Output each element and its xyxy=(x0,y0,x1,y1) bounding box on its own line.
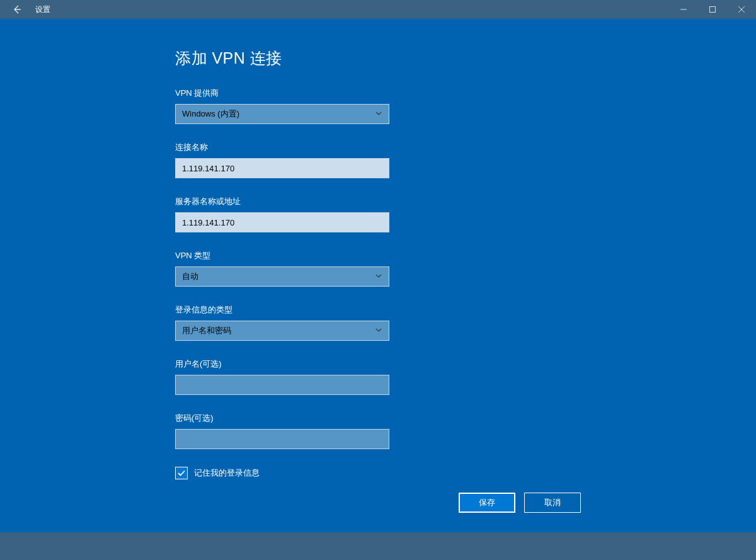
maximize-icon xyxy=(709,6,716,13)
arrow-left-icon xyxy=(12,4,22,14)
field-label: 用户名(可选) xyxy=(175,358,756,370)
titlebar: 设置 xyxy=(0,0,756,19)
save-button[interactable]: 保存 xyxy=(459,493,515,513)
field-label: 密码(可选) xyxy=(175,413,756,424)
chevron-down-icon xyxy=(375,272,382,282)
window-title: 设置 xyxy=(35,4,50,15)
connection-name-input[interactable] xyxy=(175,158,389,178)
select-value: 用户名和密码 xyxy=(182,325,231,336)
vpn-provider-select[interactable]: Windows (内置) xyxy=(175,104,389,124)
field-label: VPN 类型 xyxy=(175,250,756,261)
signin-type-select[interactable]: 用户名和密码 xyxy=(175,321,389,341)
vpn-type-select[interactable]: 自动 xyxy=(175,266,389,287)
chevron-down-icon xyxy=(375,110,382,119)
select-value: Windows (内置) xyxy=(182,108,239,120)
checkmark-icon xyxy=(177,469,186,477)
field-label: 服务器名称或地址 xyxy=(175,196,756,207)
cancel-button[interactable]: 取消 xyxy=(524,493,581,513)
server-address-input[interactable] xyxy=(175,212,389,232)
content-area: 添加 VPN 连接 VPN 提供商 Windows (内置) 连接名称 服务器名… xyxy=(0,19,756,479)
maximize-button[interactable] xyxy=(698,0,727,19)
field-server-address: 服务器名称或地址 xyxy=(175,196,756,232)
field-label: VPN 提供商 xyxy=(175,88,756,99)
field-label: 连接名称 xyxy=(175,142,756,153)
minimize-button[interactable] xyxy=(669,0,698,19)
remember-credentials-row[interactable]: 记住我的登录信息 xyxy=(175,467,756,479)
bottom-strip xyxy=(0,532,756,560)
field-username: 用户名(可选) xyxy=(175,358,756,395)
field-connection-name: 连接名称 xyxy=(175,142,756,178)
window-controls xyxy=(669,0,756,19)
remember-label: 记住我的登录信息 xyxy=(194,467,260,479)
button-row: 保存 取消 xyxy=(459,493,581,513)
chevron-down-icon xyxy=(375,326,382,336)
close-button[interactable] xyxy=(727,0,756,19)
svg-rect-0 xyxy=(710,7,716,13)
field-vpn-provider: VPN 提供商 Windows (内置) xyxy=(175,88,756,124)
minimize-icon xyxy=(680,6,687,13)
password-input[interactable] xyxy=(175,429,389,449)
field-vpn-type: VPN 类型 自动 xyxy=(175,250,756,287)
username-input[interactable] xyxy=(175,375,389,395)
remember-checkbox[interactable] xyxy=(175,467,188,479)
field-label: 登录信息的类型 xyxy=(175,304,756,316)
close-icon xyxy=(738,6,745,13)
back-button[interactable] xyxy=(8,0,26,19)
field-password: 密码(可选) xyxy=(175,413,756,449)
select-value: 自动 xyxy=(182,271,198,282)
field-signin-type: 登录信息的类型 用户名和密码 xyxy=(175,304,756,341)
page-title: 添加 VPN 连接 xyxy=(175,48,756,69)
